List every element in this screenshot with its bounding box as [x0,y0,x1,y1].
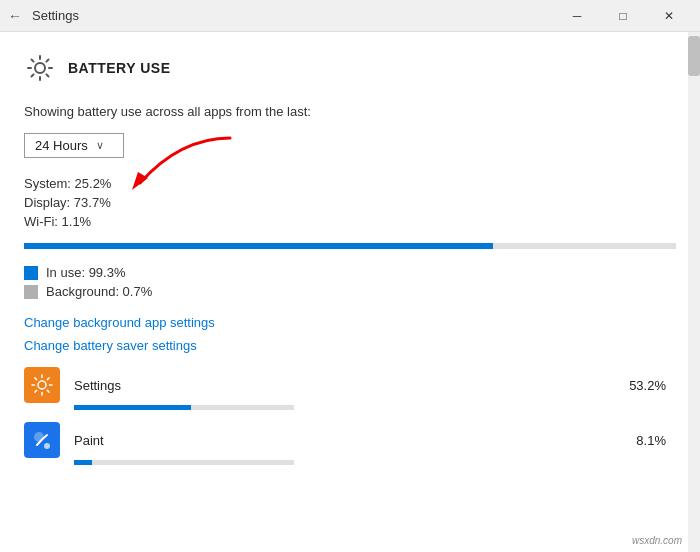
battery-gear-icon [24,52,56,84]
stat-wifi: Wi-Fi: 1.1% [24,214,676,229]
window-title: Settings [32,8,79,23]
links-section: Change background app settings Change ba… [24,315,676,353]
back-button[interactable]: ← [8,8,22,24]
main-panel: BATTERY USE Showing battery use across a… [0,32,700,552]
stat-system: System: 25.2% [24,176,676,191]
maximize-button[interactable]: □ [600,0,646,32]
paint-app-bar-row [74,460,676,465]
app-percent-paint: 8.1% [636,433,666,448]
scrollbar-track[interactable] [688,32,700,552]
svg-point-0 [35,63,45,73]
usage-progress-bar [24,243,676,249]
page-header: BATTERY USE [24,52,676,84]
stat-display: Display: 73.7% [24,195,676,210]
app-name-paint: Paint [74,433,636,448]
legend-section: In use: 99.3% Background: 0.7% [24,265,676,299]
usage-progress-fill [24,243,493,249]
app-list: Settings 53.2% Paint 8.1% [24,367,676,465]
legend-inuse: In use: 99.3% [24,265,676,280]
description-text: Showing battery use across all apps from… [24,104,676,119]
page-title: BATTERY USE [68,60,170,76]
settings-app-bar-fill [74,405,191,410]
svg-point-3 [34,432,44,442]
close-button[interactable]: ✕ [646,0,692,32]
paint-app-bar-fill [74,460,92,465]
svg-point-4 [44,443,50,449]
legend-background: Background: 0.7% [24,284,676,299]
stats-section: System: 25.2% Display: 73.7% Wi-Fi: 1.1% [24,176,676,229]
window-controls: ─ □ ✕ [554,0,692,32]
change-battery-saver-link[interactable]: Change battery saver settings [24,338,676,353]
minimize-button[interactable]: ─ [554,0,600,32]
watermark: wsxdn.com [632,535,682,546]
time-range-dropdown[interactable]: 24 Hours ∨ [24,133,124,158]
paint-app-bar [74,460,294,465]
settings-app-bar-row [74,405,676,410]
usage-progress-section [24,243,676,249]
content-area: BATTERY USE Showing battery use across a… [0,32,700,552]
settings-app-bar [74,405,294,410]
list-item: Settings 53.2% [24,367,676,403]
legend-background-label: Background: 0.7% [46,284,152,299]
chevron-down-icon: ∨ [96,139,104,152]
legend-inuse-label: In use: 99.3% [46,265,126,280]
legend-blue-box [24,266,38,280]
settings-app-icon [24,367,60,403]
change-background-link[interactable]: Change background app settings [24,315,676,330]
dropdown-value: 24 Hours [35,138,88,153]
app-name-settings: Settings [74,378,629,393]
app-percent-settings: 53.2% [629,378,666,393]
paint-app-icon [24,422,60,458]
list-item: Paint 8.1% [24,422,676,458]
svg-point-2 [38,381,46,389]
titlebar: ← Settings ─ □ ✕ [0,0,700,32]
legend-gray-box [24,285,38,299]
scrollbar-thumb[interactable] [688,36,700,76]
